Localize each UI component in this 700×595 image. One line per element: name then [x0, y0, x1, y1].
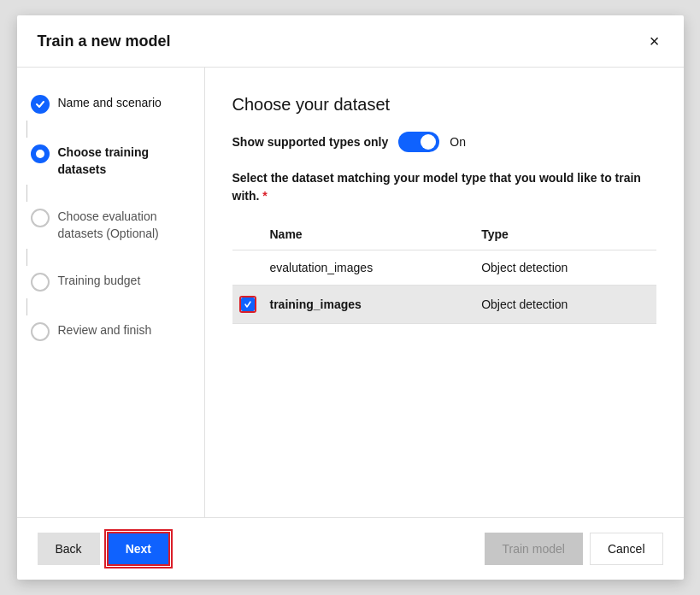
connector-3	[26, 249, 27, 266]
train-model-modal: Train a new model × Name and scenario	[17, 15, 684, 580]
modal-title: Train a new model	[38, 32, 171, 50]
cancel-button[interactable]: Cancel	[590, 533, 663, 565]
modal-header: Train a new model ×	[17, 15, 684, 68]
step-icon-completed	[31, 95, 50, 114]
back-button[interactable]: Back	[38, 533, 100, 565]
toggle-label: Show supported types only	[232, 135, 389, 149]
table-row[interactable]: training_images Object detection	[232, 286, 656, 324]
table-header-type: Type	[474, 219, 656, 250]
modal-footer: Back Next Train model Cancel	[17, 517, 684, 580]
toggle-switch[interactable]	[398, 132, 439, 152]
connector-2	[26, 185, 27, 202]
train-model-button: Train model	[485, 533, 583, 565]
row1-type: Object detection	[474, 250, 656, 286]
dataset-table: Name Type evalutation_images Object dete…	[232, 219, 656, 324]
row2-radio-cell	[232, 286, 263, 324]
row1-radio-cell	[232, 250, 263, 286]
required-marker: *	[262, 189, 267, 203]
connector-1	[26, 121, 27, 138]
row2-type: Object detection	[474, 286, 656, 324]
modal-body: Name and scenario Choose training datase…	[17, 68, 684, 517]
step-icon-inactive-3	[31, 322, 50, 341]
sidebar-item-choose-evaluation[interactable]: Choose evaluation datasets (Optional)	[17, 202, 204, 249]
step-label-name-scenario: Name and scenario	[58, 95, 162, 112]
step-icon-active	[31, 144, 50, 163]
step-icon-inactive-1	[31, 209, 50, 227]
sidebar-item-training-budget[interactable]: Training budget	[17, 266, 204, 298]
sidebar: Name and scenario Choose training datase…	[17, 68, 205, 517]
description-text: Select the dataset matching your model t…	[232, 169, 656, 205]
table-header-radio	[232, 219, 263, 250]
main-content: Choose your dataset Show supported types…	[205, 68, 684, 517]
step-label-choose-training: Choose training datasets	[58, 144, 191, 178]
step-label-choose-evaluation: Choose evaluation datasets (Optional)	[58, 209, 191, 242]
sidebar-item-name-scenario[interactable]: Name and scenario	[17, 88, 204, 121]
sidebar-item-review-finish[interactable]: Review and finish	[17, 315, 204, 348]
section-title: Choose your dataset	[232, 95, 656, 115]
connector-4	[26, 298, 27, 315]
row1-name: evalutation_images	[263, 250, 475, 286]
step-icon-inactive-2	[31, 273, 50, 292]
sidebar-item-choose-training[interactable]: Choose training datasets	[17, 138, 204, 185]
row2-name: training_images	[263, 286, 475, 324]
table-header-name: Name	[263, 219, 475, 250]
toggle-track	[398, 132, 439, 152]
step-label-training-budget: Training budget	[58, 273, 141, 290]
step-label-review-finish: Review and finish	[58, 322, 152, 339]
toggle-thumb	[421, 134, 436, 150]
table-row[interactable]: evalutation_images Object detection	[232, 250, 656, 286]
close-button[interactable]: ×	[646, 29, 663, 53]
radio-selected-icon	[239, 296, 256, 313]
toggle-on-text: On	[450, 135, 466, 149]
table-header-row: Name Type	[232, 219, 656, 250]
next-button[interactable]: Next	[107, 532, 170, 566]
radio-inner	[241, 298, 255, 311]
toggle-row: Show supported types only On	[232, 132, 656, 152]
